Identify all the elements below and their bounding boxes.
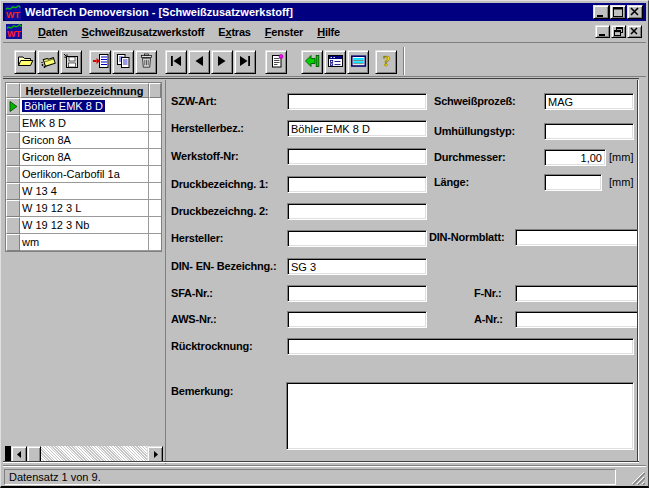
menu-daten[interactable]: Daten	[31, 23, 75, 41]
bemerkung-label: Bemerkung:	[171, 385, 233, 397]
grid-row[interactable]: Gricon 8A	[6, 149, 161, 166]
druckbezeichng-2-field[interactable]	[287, 203, 427, 220]
druckbezeichng-1-label: Druckbezeichng. 1:	[171, 178, 268, 190]
grid-cell[interactable]: W 13 4	[22, 185, 57, 197]
exit-button[interactable]	[301, 50, 323, 74]
grid-cell[interactable]: Oerlikon-Carbofil 1a	[22, 168, 120, 180]
aws-nr-field[interactable]	[287, 311, 427, 328]
grid-header-stub	[149, 83, 161, 98]
menu-extras[interactable]: Extras	[211, 23, 257, 41]
a-nr-field[interactable]	[515, 311, 639, 328]
next-record-button[interactable]	[211, 50, 233, 74]
open-folder-icon	[17, 53, 34, 71]
grid-row[interactable]: Oerlikon-Carbofil 1a	[6, 166, 161, 183]
grid-cell[interactable]: Böhler EMK 8 D	[22, 100, 105, 112]
a-nr-label: A-Nr.:	[474, 313, 503, 325]
hersteller-field[interactable]	[287, 230, 427, 247]
szw-art-field[interactable]	[287, 93, 427, 110]
record-count-text: Datensatz 1 von 9.	[9, 471, 101, 483]
ruecktrocknung-field[interactable]	[287, 338, 634, 355]
grid-cell[interactable]: W 19 12 3 Nb	[22, 219, 89, 231]
din-normblatt-field[interactable]	[515, 229, 639, 246]
datasheet-view-button[interactable]	[347, 50, 369, 74]
previous-record-button[interactable]	[188, 50, 210, 74]
folder-sparkle-icon	[40, 53, 57, 71]
delete-record-button[interactable]	[135, 50, 157, 74]
last-record-icon	[238, 55, 252, 69]
row-selector[interactable]	[6, 200, 20, 217]
grid-cell[interactable]: W 19 12 3 L	[22, 202, 81, 214]
grid-row[interactable]: Böhler EMK 8 D	[6, 98, 161, 115]
trash-icon	[138, 53, 155, 71]
druckbezeichng-1-field[interactable]	[287, 176, 427, 193]
din-en-bezeichng-field[interactable]	[287, 258, 427, 275]
menu-schweisszusatzwerkstoff[interactable]: Schweißzusatzwerkstoff	[75, 23, 212, 41]
resize-grip[interactable]	[630, 470, 645, 485]
ruecktrocknung-label: Rücktrocknung:	[171, 340, 253, 352]
grid-row[interactable]: W 19 12 3 Nb	[6, 217, 161, 234]
previous-record-icon	[192, 55, 206, 69]
browse-clean-button[interactable]	[37, 50, 59, 74]
herstellerbez-label: Herstellerbez.:	[171, 122, 244, 134]
grid-row[interactable]: W 19 12 3 L	[6, 200, 161, 217]
menu-fenster[interactable]: Fenster	[258, 23, 310, 41]
row-selector[interactable]	[6, 234, 20, 251]
grid-cell[interactable]: wm	[22, 236, 39, 248]
umhuellungstyp-field[interactable]	[544, 123, 634, 140]
f-nr-field[interactable]	[515, 285, 639, 302]
grid-cell[interactable]: EMK 8 D	[22, 117, 66, 129]
row-selector[interactable]	[6, 166, 20, 183]
status-bar: Datensatz 1 von 9.	[3, 465, 646, 486]
werkstoff-nr-label: Werkstoff-Nr:	[171, 150, 238, 162]
grid-header-herstellerbezeichnung[interactable]: Herstellerbezeichnung	[20, 83, 149, 98]
copy-record-button[interactable]	[112, 50, 134, 74]
herstellerbez-field[interactable]	[287, 120, 427, 137]
schweissprozess-label: Schweißprozeß:	[434, 95, 516, 107]
record-grid: Herstellerbezeichnung Böhler EMK 8 D EMK…	[5, 82, 162, 252]
durchmesser-field[interactable]	[544, 149, 606, 166]
menu-hilfe[interactable]: Hilfe	[310, 23, 347, 41]
first-record-button[interactable]	[165, 50, 187, 74]
open-button[interactable]	[14, 50, 36, 74]
grid-cell[interactable]: Gricon 8A	[22, 151, 71, 163]
werkstoff-nr-field[interactable]	[287, 148, 427, 165]
menu-items: Daten Schweißzusatzwerkstoff Extras Fens…	[31, 23, 347, 41]
mdi-restore-button[interactable]	[611, 25, 626, 38]
row-selector[interactable]	[6, 132, 20, 149]
row-selector-current[interactable]	[6, 98, 20, 115]
last-record-button[interactable]	[234, 50, 256, 74]
laenge-field[interactable]	[544, 174, 602, 191]
din-en-bezeichng-label: DIN- EN- Bezeichng.:	[171, 260, 276, 272]
close-button[interactable]	[627, 5, 643, 19]
first-record-icon	[169, 55, 183, 69]
row-selector[interactable]	[6, 183, 20, 200]
report-button[interactable]	[265, 50, 287, 74]
mdi-close-button[interactable]	[627, 25, 642, 38]
sfa-nr-field[interactable]	[287, 285, 427, 302]
row-selector[interactable]	[6, 115, 20, 132]
exit-arrow-icon	[304, 53, 321, 71]
mdi-system-menu-icon[interactable]: WT	[6, 24, 22, 39]
mdi-minimize-button[interactable]	[595, 25, 610, 38]
row-selector[interactable]	[6, 149, 20, 166]
form-view-button[interactable]	[324, 50, 346, 74]
grid-row[interactable]: EMK 8 D	[6, 115, 161, 132]
bemerkung-field[interactable]	[286, 382, 634, 450]
grid-header-selector	[6, 83, 20, 98]
help-button[interactable]: ?	[375, 50, 397, 74]
app-logo-icon: WT	[5, 5, 21, 20]
schweissprozess-field[interactable]	[544, 93, 634, 110]
grid-cell[interactable]: Gricon 8A	[22, 134, 71, 146]
grid-row[interactable]: wm	[6, 234, 161, 251]
save-button[interactable]	[60, 50, 82, 74]
maximize-button[interactable]	[610, 5, 626, 19]
grid-row[interactable]: Gricon 8A	[6, 132, 161, 149]
minimize-button[interactable]	[593, 5, 609, 19]
durchmesser-label: Durchmesser:	[434, 151, 506, 163]
grid-row[interactable]: W 13 4	[6, 183, 161, 200]
add-record-button[interactable]	[89, 50, 111, 74]
report-icon	[268, 53, 285, 71]
title-bar: WT WeldTech Demoversion - [Schweißzusatz…	[3, 3, 646, 21]
row-selector[interactable]	[6, 217, 20, 234]
svg-text:WT: WT	[7, 29, 21, 39]
